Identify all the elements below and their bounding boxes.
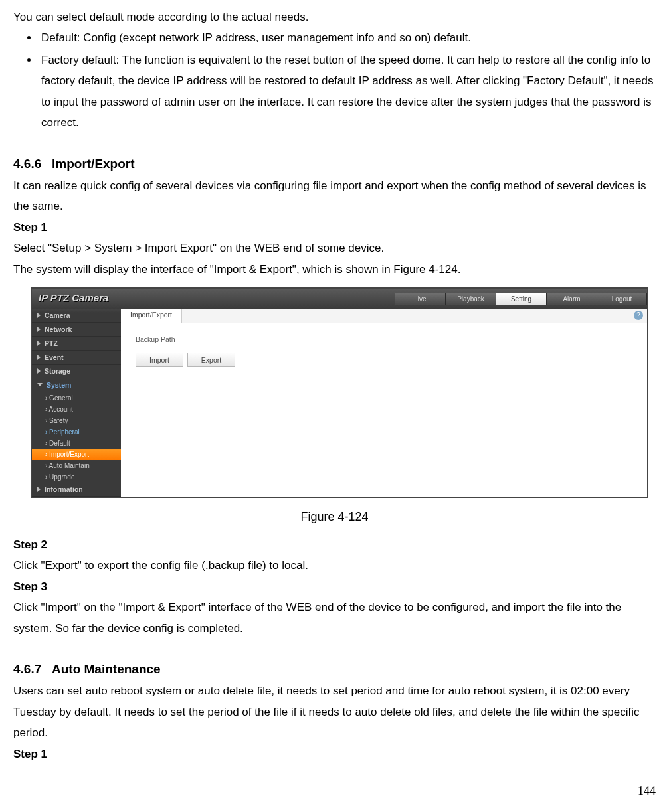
export-button[interactable]: Export	[187, 353, 235, 367]
step-2-label: Step 2	[13, 534, 656, 555]
sidebar-item-label: System	[47, 381, 71, 389]
chevron-icon	[37, 383, 43, 386]
heading-467: 4.6.7Auto Maintenance	[13, 657, 656, 681]
chevron-icon	[37, 487, 41, 492]
ui-tab-row: Import/Export	[121, 309, 647, 323]
sidebar-item-information[interactable]: Information	[32, 483, 121, 497]
embedded-ui-screenshot: IP PTZ Camera LivePlaybackSettingAlarmLo…	[31, 287, 648, 498]
ui-brand: IP PTZ Camera	[39, 292, 108, 303]
step-1b-label: Step 1	[13, 744, 656, 764]
heading-466-num: 4.6.6	[13, 152, 52, 175]
subnav-default[interactable]: Default	[32, 438, 121, 449]
bullet-default: Default: Config (except network IP addre…	[39, 27, 656, 48]
subnav-import-export[interactable]: Import/Export	[32, 449, 121, 460]
chevron-icon	[37, 368, 41, 374]
subnav-safety[interactable]: Safety	[32, 415, 121, 426]
page-number: 144	[13, 784, 656, 798]
p-466-a: It can realize quick config of several d…	[13, 175, 656, 217]
heading-466: 4.6.6Import/Export	[13, 152, 656, 175]
step-3-label: Step 3	[13, 576, 656, 597]
sidebar-item-label: Event	[45, 353, 64, 361]
sidebar-item-label: PTZ	[45, 339, 58, 347]
sidebar-item-storage[interactable]: Storage	[32, 365, 121, 378]
ui-titlebar: IP PTZ Camera LivePlaybackSettingAlarmLo…	[32, 289, 647, 309]
ui-sidebar: CameraNetworkPTZEventStorageSystemGenera…	[32, 309, 121, 497]
chevron-icon	[37, 341, 41, 346]
topnav-logout[interactable]: Logout	[597, 293, 647, 305]
ui-main: Import/Export ? Backup Path Import Expor…	[121, 309, 647, 497]
intro-text: You can select default mode according to…	[13, 7, 656, 27]
sidebar-item-camera[interactable]: Camera	[32, 309, 121, 323]
p-step3: Click "Import" on the "Import & Export" …	[13, 597, 656, 639]
sidebar-item-network[interactable]: Network	[32, 323, 121, 337]
sidebar-item-label: Network	[45, 325, 72, 333]
heading-467-title: Auto Maintenance	[52, 662, 161, 676]
heading-467-num: 4.6.7	[13, 657, 52, 681]
sidebar-item-ptz[interactable]: PTZ	[32, 337, 121, 351]
chevron-icon	[37, 313, 41, 318]
p-466-b: Select "Setup > System > Import Export" …	[13, 238, 656, 258]
step-1-label: Step 1	[13, 217, 656, 238]
bullet-factory-default: Factory default: The function is equival…	[39, 50, 656, 133]
tab-import-export[interactable]: Import/Export	[121, 309, 182, 323]
p-467: Users can set auto reboot system or auto…	[13, 681, 656, 743]
ui-topnav: LivePlaybackSettingAlarmLogout	[395, 293, 647, 305]
heading-466-title: Import/Export	[52, 157, 135, 171]
sidebar-item-label: Storage	[45, 367, 70, 375]
topnav-playback[interactable]: Playback	[445, 293, 496, 305]
subnav-upgrade[interactable]: Upgrade	[32, 471, 121, 483]
import-button[interactable]: Import	[136, 353, 183, 367]
p-466-c: The system will display the interface of…	[13, 259, 656, 280]
chevron-icon	[37, 327, 41, 332]
subnav-peripheral[interactable]: Peripheral	[32, 426, 121, 438]
sidebar-item-event[interactable]: Event	[32, 351, 121, 365]
topnav-live[interactable]: Live	[395, 293, 445, 305]
topnav-alarm[interactable]: Alarm	[546, 293, 597, 305]
chevron-icon	[37, 355, 41, 360]
p-step2: Click "Export" to export the config file…	[13, 555, 656, 576]
subnav-account[interactable]: Account	[32, 404, 121, 415]
sidebar-item-system[interactable]: System	[32, 378, 121, 392]
topnav-setting[interactable]: Setting	[496, 293, 546, 305]
sidebar-item-label: Information	[45, 485, 83, 493]
sidebar-item-label: Camera	[45, 311, 70, 319]
help-icon[interactable]: ?	[634, 311, 643, 320]
subnav-general[interactable]: General	[32, 392, 121, 404]
figure-caption: Figure 4-124	[13, 510, 656, 524]
subnav-auto-maintain[interactable]: Auto Maintain	[32, 460, 121, 471]
backup-path-label: Backup Path	[136, 335, 632, 343]
